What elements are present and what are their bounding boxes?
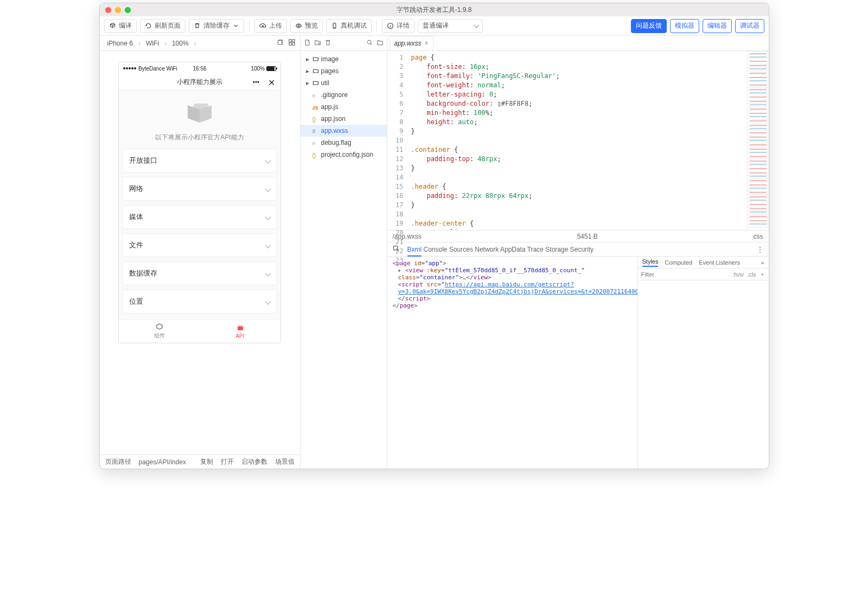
open-link[interactable]: 打开	[221, 457, 234, 466]
svg-rect-5	[292, 40, 294, 42]
grid-icon[interactable]	[288, 39, 296, 48]
remote-debug-button[interactable]: 真机调试	[326, 19, 372, 33]
elements-pane[interactable]: <page id="app"> ▸ <view :key="ttElem_570…	[387, 257, 637, 469]
devtools-tab[interactable]: Security	[570, 246, 593, 255]
file-icon: #	[312, 127, 319, 134]
svg-point-0	[298, 25, 299, 26]
devtools-tab[interactable]: Bxml	[407, 246, 422, 257]
devtools-tab[interactable]: Console	[424, 246, 448, 255]
window-title: 字节跳动开发者工具-1.9.8	[100, 5, 769, 15]
clear-cache-button[interactable]: 清除缓存	[189, 19, 244, 33]
file-icon: {}	[312, 151, 319, 158]
scene-link[interactable]: 场景值	[275, 457, 295, 466]
close-icon[interactable]: ✕	[265, 76, 277, 88]
compile-button[interactable]: 编译	[104, 19, 137, 33]
chevron-down-icon	[265, 157, 271, 163]
accordion-item[interactable]: 开放接口	[122, 149, 277, 172]
delete-icon[interactable]	[324, 39, 331, 48]
open-folder-icon[interactable]	[376, 39, 384, 48]
styles-filter-input[interactable]	[641, 271, 730, 278]
preview-button[interactable]: 预览	[290, 19, 323, 33]
editor-tab[interactable]: app.wxss ×	[390, 36, 433, 50]
tree-file[interactable]: ≡.gitignore	[301, 89, 387, 101]
search-icon[interactable]	[366, 39, 373, 48]
more-icon[interactable]: •••	[250, 76, 262, 88]
devtools-tab[interactable]: AppData	[500, 246, 526, 255]
svg-rect-7	[292, 43, 294, 45]
path-value: pages/API/index	[139, 458, 186, 466]
chevron-right-icon: ▸	[305, 55, 310, 63]
accordion-item[interactable]: 网络	[122, 177, 277, 201]
device-crumb[interactable]: iPhone 6	[102, 40, 138, 47]
svg-rect-4	[289, 40, 291, 42]
devtools: Bxml Console Sources Network AppData Tra…	[387, 242, 769, 469]
debugger-toggle[interactable]: 调试器	[735, 19, 764, 33]
details-button[interactable]: 详情	[382, 19, 414, 33]
accordion-item[interactable]: 文件	[122, 233, 277, 257]
file-size: 5451 B	[577, 233, 598, 240]
more-icon[interactable]: »	[761, 259, 764, 266]
refresh-button[interactable]: 刷新页面	[140, 19, 186, 33]
new-folder-icon[interactable]	[314, 39, 321, 48]
copy-link[interactable]: 复制	[200, 457, 213, 466]
file-icon: ≡	[312, 92, 319, 98]
chevron-down-icon	[265, 242, 271, 248]
accordion-item[interactable]: 媒体	[122, 205, 277, 229]
file-icon: ≡	[312, 139, 319, 146]
chevron-down-icon	[265, 185, 271, 191]
tree-folder[interactable]: ▸util	[301, 77, 387, 89]
close-icon[interactable]	[105, 7, 111, 13]
simulator-toggle[interactable]: 模拟器	[670, 19, 699, 33]
battery-icon	[266, 66, 276, 71]
tab-component[interactable]: 组件	[119, 319, 200, 343]
tree-file[interactable]: ≡debug.flag	[301, 137, 387, 149]
minimap[interactable]	[747, 51, 769, 230]
devtools-tab[interactable]: Network	[475, 246, 499, 255]
devtools-tab[interactable]: Storage	[545, 246, 568, 255]
cube-icon	[188, 104, 212, 127]
file-icon: {}	[312, 116, 319, 122]
devtools-tab[interactable]: Sources	[449, 246, 473, 255]
tree-file[interactable]: #app.wxss	[301, 125, 387, 137]
code-content[interactable]: page { font-size: 16px; font-family: 'Pi…	[407, 51, 747, 230]
accordion-item[interactable]: 数据缓存	[122, 261, 277, 285]
feedback-button[interactable]: 问题反馈	[631, 19, 667, 33]
compile-mode-select[interactable]: 普通编译	[418, 19, 483, 33]
minimize-icon[interactable]	[115, 7, 121, 13]
tree-folder[interactable]: ▸pages	[301, 65, 387, 77]
chevron-down-icon	[265, 270, 271, 276]
styles-tab[interactable]: Styles	[642, 258, 659, 267]
tree-file[interactable]: {}project.config.json	[301, 149, 387, 161]
upload-button[interactable]: 上传	[254, 19, 287, 33]
styles-tab[interactable]: Computed	[665, 259, 692, 266]
folder-icon	[312, 68, 319, 74]
tree-file[interactable]: {}app.json	[301, 113, 387, 125]
editor-panel: app.wxss × 12345678910111213141516171819…	[387, 36, 769, 469]
path-label: 页面路径	[105, 457, 131, 466]
launch-params-link[interactable]: 启动参数	[241, 457, 267, 466]
tree-file[interactable]: JSapp.js	[301, 101, 387, 113]
accordion-item[interactable]: 位置	[122, 290, 277, 313]
editor-toggle[interactable]: 编辑器	[703, 19, 732, 33]
hov-toggle[interactable]: :hov	[732, 271, 744, 278]
carrier-label: ByteDance WiFi	[138, 66, 177, 72]
line-gutter: 1234567891011121314151617181920212223	[387, 51, 407, 230]
styles-tab[interactable]: Event Listeners	[699, 259, 740, 266]
battery-label: 100%	[251, 66, 265, 72]
devtools-tab[interactable]: Trace	[527, 246, 544, 255]
new-file-icon[interactable]	[304, 39, 311, 48]
zoom-crumb[interactable]: 100%	[167, 40, 194, 47]
copy-icon[interactable]	[276, 39, 284, 48]
add-style-icon[interactable]: ＋	[760, 270, 765, 278]
kebab-icon[interactable]: ⋮	[757, 246, 763, 253]
code-editor[interactable]: 1234567891011121314151617181920212223 pa…	[387, 51, 769, 230]
phone-tabbar: 组件 API	[119, 319, 280, 343]
network-crumb[interactable]: WiFi	[141, 40, 164, 47]
tab-api[interactable]: API	[200, 319, 280, 343]
tree-folder[interactable]: ▸image	[301, 53, 387, 65]
titlebar: 字节跳动开发者工具-1.9.8	[100, 3, 769, 16]
close-icon[interactable]: ×	[425, 40, 429, 47]
maximize-icon[interactable]	[125, 7, 131, 13]
folder-icon	[312, 56, 319, 62]
cls-toggle[interactable]: .cls	[747, 271, 756, 278]
